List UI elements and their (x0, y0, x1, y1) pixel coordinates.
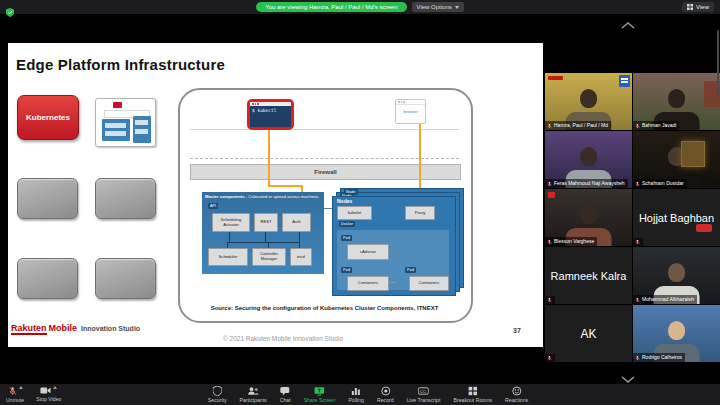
participants-grid: Hamza, Paul / Paul / MdBahman JavadiFera… (545, 73, 720, 362)
participants-icon (248, 386, 259, 396)
polling-button[interactable]: Polling (348, 386, 364, 403)
security-label: Security (208, 397, 227, 403)
muted-mic-icon (635, 355, 640, 361)
nodes-label: Nodes (337, 198, 352, 204)
containers-box: Containers (347, 276, 389, 291)
security-button[interactable]: Security (208, 386, 227, 403)
participant-tile[interactable]: Rodrigo Calheiros (633, 305, 720, 362)
chat-label: Chat (280, 397, 291, 403)
live-transcript-button[interactable]: CC Live Transcript (407, 386, 441, 403)
containers-box: Containers (409, 276, 449, 291)
unmute-button[interactable]: Unmute (6, 386, 24, 403)
participant-name-label: Hamza, Paul / Paul / Md (545, 121, 611, 130)
shield-icon (213, 386, 222, 396)
participant-tile[interactable]: Hamza, Paul / Paul / Md (545, 73, 632, 130)
screen-share-banner: You are viewing Hamza, Paul / Paul / Md'… (256, 2, 406, 12)
reactions-button[interactable]: Reactions (505, 386, 528, 403)
participant-name-card: AK (545, 305, 632, 362)
zoom-meeting-window: You are viewing Hamza, Paul / Paul / Md'… (0, 0, 720, 405)
scheduling-actuator-box: Scheduling Actuator (212, 213, 250, 232)
participant-tile[interactable]: Schahram Dustdar (633, 131, 720, 188)
view-button[interactable]: View (682, 2, 714, 12)
participant-name-label: Mohammad Alkhazaleh (633, 295, 697, 304)
browser-window: browser (395, 99, 426, 124)
mobile-wordmark: Mobile (49, 323, 78, 333)
chat-button[interactable]: Chat (280, 386, 291, 403)
share-screen-icon (314, 386, 325, 396)
source-citation: Source: Securing the configuration of Ku… (190, 305, 459, 311)
record-icon (380, 386, 390, 396)
muted-mic-icon (547, 297, 552, 303)
nodes-stack: Node Node Nodes kubelet Proxy Docker Pod… (332, 188, 463, 300)
view-label: View (696, 4, 709, 10)
svg-text:CC: CC (420, 389, 426, 394)
breakout-rooms-button[interactable]: Breakout Rooms (453, 386, 492, 403)
kubectl-terminal: $ kubectl (247, 99, 294, 130)
participant-tile[interactable]: AK (545, 305, 632, 362)
participant-name-label: Bahman Javadi (633, 121, 679, 130)
security-shield-icon[interactable] (6, 3, 14, 21)
breakout-rooms-label: Breakout Rooms (453, 397, 492, 403)
cadvisor-box: cAdvisor (347, 244, 389, 260)
muted-mic-icon (547, 123, 552, 129)
connector-kubectl (268, 124, 270, 185)
gallery-scroll-up[interactable] (620, 16, 636, 34)
thumbnail-red-box (113, 102, 122, 108)
stop-video-button[interactable]: Stop Video (36, 386, 61, 403)
muted-mic-icon (635, 239, 640, 245)
participants-button[interactable]: Participants (240, 386, 267, 403)
top-bar: You are viewing Hamza, Paul / Paul / Md'… (0, 0, 720, 14)
pod-tag: Pod (341, 267, 352, 273)
etcd-box: etcd (290, 248, 312, 266)
muted-mic-icon (547, 239, 552, 245)
live-transcript-label: Live Transcript (407, 397, 441, 403)
chevron-down-icon (455, 6, 459, 9)
mic-options-caret[interactable] (19, 386, 23, 389)
copyright-footer: © 2021 Rakuten Mobile Innovation Studio (168, 335, 398, 342)
muted-mic-badge (633, 238, 643, 246)
closed-captions-icon: CC (418, 386, 429, 396)
participant-name-label: Blesson Varghese (545, 237, 597, 246)
shared-screen-slide: Edge Platform Infrastructure Kubernetes … (8, 43, 543, 347)
rest-box: REST (254, 213, 278, 232)
page-number: 37 (513, 327, 521, 334)
auth-box: Auth (282, 213, 311, 232)
pod-tag: Pod (341, 235, 352, 241)
red-wordmark (548, 76, 563, 80)
master-components-box: Master components - Colocated or spread … (202, 192, 324, 274)
participant-tile[interactable]: Ramneek Kalra (545, 247, 632, 304)
browser-text: browser (396, 109, 425, 114)
participant-name-label: Schahram Dustdar (633, 179, 687, 188)
rakuten-wordmark: Rakuten (11, 323, 47, 335)
participant-tile[interactable]: Feras Mahmoud Naji Awaysheh (545, 131, 632, 188)
record-button[interactable]: Record (377, 386, 394, 403)
participants-scrollbar[interactable] (717, 30, 719, 98)
red-pill (696, 224, 712, 232)
participant-tile[interactable]: Bahman Javadi (633, 73, 720, 130)
controller-manager-box: Controller Manager (252, 248, 286, 266)
breakout-rooms-icon (468, 386, 478, 396)
share-screen-label: Share Screen (304, 397, 336, 403)
view-options-button[interactable]: View Options (412, 2, 464, 12)
grid-view-icon (687, 4, 693, 10)
placeholder-box (17, 178, 78, 219)
ellipsis: . . . (389, 278, 396, 284)
participant-tile[interactable]: Mohammad Alkhazaleh (633, 247, 720, 304)
reactions-label: Reactions (505, 397, 528, 403)
camera-icon (40, 386, 51, 395)
docker-tag: Docker (339, 221, 355, 227)
unmute-label: Unmute (6, 397, 24, 403)
share-screen-button[interactable]: Share Screen (304, 386, 336, 403)
slide-title: Edge Platform Infrastructure (16, 56, 225, 73)
participant-tile[interactable]: Blesson Varghese (545, 189, 632, 246)
view-options-label: View Options (417, 3, 452, 11)
node-front: Nodes kubelet Proxy Docker Pod cAdvisor … (332, 196, 456, 296)
polling-label: Polling (348, 397, 364, 403)
participant-tile[interactable]: Hojjat Baghban (633, 189, 720, 246)
muted-mic-badge (545, 296, 555, 304)
proxy-box: Proxy (405, 206, 435, 220)
kubernetes-diagram: $ kubectl browser Firewall Ma (178, 88, 473, 323)
participant-name-card: Hojjat Baghban (633, 189, 720, 246)
video-options-caret[interactable] (53, 386, 57, 389)
participant-name-label: Rodrigo Calheiros (633, 353, 685, 362)
